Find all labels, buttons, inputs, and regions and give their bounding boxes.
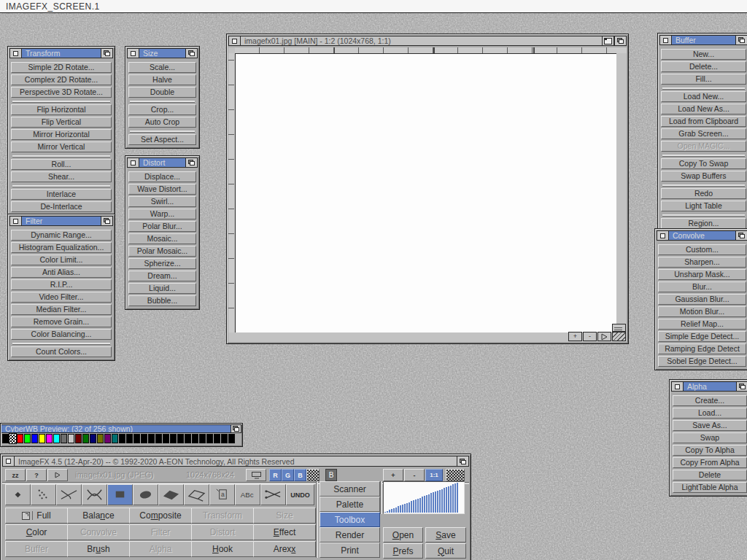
full-button[interactable]: Full xyxy=(5,508,68,524)
image-canvas[interactable] xyxy=(235,53,616,332)
pan-arrow-icon[interactable] xyxy=(597,332,611,341)
palette-swatch[interactable] xyxy=(141,434,147,443)
polygon-tool-button[interactable] xyxy=(158,484,184,505)
delete-button[interactable]: Delete xyxy=(673,470,747,481)
close-icon[interactable] xyxy=(9,216,22,226)
depth-icon[interactable] xyxy=(185,158,198,168)
complex-2d-rotate-button[interactable]: Complex 2D Rotate... xyxy=(11,74,112,85)
zoom-gadget-icon[interactable] xyxy=(602,36,614,46)
custom-button[interactable]: Custom... xyxy=(658,244,746,255)
palette-titlebar[interactable]: CyberWB Preview: (32 of 256 shown) xyxy=(1,424,231,433)
open-button[interactable]: Open xyxy=(383,527,423,542)
redo-button[interactable]: Redo xyxy=(661,188,746,199)
close-icon[interactable] xyxy=(9,48,22,58)
light-table-button[interactable]: Light Table xyxy=(661,201,746,211)
scissors-tool-button[interactable] xyxy=(260,484,286,505)
help-button[interactable]: ? xyxy=(26,469,47,481)
transform-button[interactable]: Transform xyxy=(191,508,254,524)
palette-swatch[interactable] xyxy=(177,434,184,443)
zoom-out-button[interactable]: - xyxy=(583,332,597,341)
palette-swatch[interactable] xyxy=(17,434,23,443)
curve-tool-button[interactable] xyxy=(82,484,107,505)
color-button[interactable]: Color xyxy=(5,524,68,540)
palette-swatch[interactable] xyxy=(2,434,9,443)
close-icon[interactable] xyxy=(228,36,241,46)
depth-icon[interactable] xyxy=(614,36,627,46)
palette-swatch[interactable] xyxy=(163,434,169,443)
unsharp-mask-button[interactable]: Unsharp Mask... xyxy=(658,269,746,280)
palette-swatch[interactable] xyxy=(90,434,96,443)
brush-button[interactable]: Brush xyxy=(67,541,130,557)
depth-icon[interactable] xyxy=(101,48,113,58)
size-button[interactable]: Size xyxy=(253,508,316,524)
convolve-button[interactable]: Convolve xyxy=(67,524,130,540)
green-channel-button[interactable]: G xyxy=(282,469,294,481)
swap-button[interactable]: Swap xyxy=(673,432,747,443)
wave-distort-button[interactable]: Wave Distort... xyxy=(128,184,196,195)
print-button[interactable]: Print xyxy=(320,542,380,558)
mirror-horizontal-button[interactable]: Mirror Horizontal xyxy=(11,129,112,140)
screen-title-bar[interactable]: IMAGEFX_SCREEN.1 xyxy=(0,0,747,13)
palette-swatch[interactable] xyxy=(148,434,155,443)
r-i-p-button[interactable]: R.I.P... xyxy=(11,279,112,290)
spherize-button[interactable]: Spherize... xyxy=(128,258,196,269)
red-channel-button[interactable]: R xyxy=(269,469,282,481)
palette-swatch[interactable] xyxy=(133,434,140,443)
prefs-button[interactable]: Prefs xyxy=(383,543,423,559)
image-window-titlebar[interactable]: imagefx01.jpg [MAIN] - 1:2 (1024x768, 1:… xyxy=(241,36,602,46)
composite-button[interactable]: Composite xyxy=(129,508,192,524)
zoom-in-button[interactable]: + xyxy=(383,469,403,481)
palette-swatch[interactable] xyxy=(221,434,228,443)
color-limit-button[interactable]: Color Limit... xyxy=(11,254,112,265)
mirror-vertical-button[interactable]: Mirror Vertical xyxy=(11,141,112,152)
palette-swatch[interactable] xyxy=(206,434,213,443)
new-button[interactable]: New... xyxy=(661,49,746,60)
set-aspect-button[interactable]: Set Aspect... xyxy=(128,134,196,145)
buffer-button[interactable]: Buffer xyxy=(5,541,68,557)
close-icon[interactable] xyxy=(2,456,15,467)
freehand-polygon-tool-button[interactable] xyxy=(184,484,209,505)
effect-button[interactable]: Effect xyxy=(253,524,316,540)
palette-swatch[interactable] xyxy=(53,434,60,443)
ramping-edge-detect-button[interactable]: Ramping Edge Detect xyxy=(658,343,746,354)
close-icon[interactable] xyxy=(127,158,139,168)
depth-icon[interactable] xyxy=(736,381,747,392)
crop-button[interactable]: Crop... xyxy=(128,104,196,115)
load-new-button[interactable]: Load New... xyxy=(661,91,746,102)
palette-swatch[interactable] xyxy=(39,434,45,443)
palette-swatch[interactable] xyxy=(155,434,162,443)
load-new-as-button[interactable]: Load New As... xyxy=(661,104,746,114)
zoom-out-button[interactable]: - xyxy=(404,469,425,481)
pattern-select-icon[interactable] xyxy=(446,469,465,481)
zoom-in-button[interactable]: + xyxy=(568,332,582,341)
text-tool-button[interactable]: ABc xyxy=(235,484,260,505)
palette-swatch[interactable] xyxy=(46,434,53,443)
halve-button[interactable]: Halve xyxy=(128,74,196,85)
motion-blur-button[interactable]: Motion Blur... xyxy=(658,306,746,317)
flip-horizontal-button[interactable]: Flip Horizontal xyxy=(11,104,112,115)
polar-mosaic-button[interactable]: Polar Mosaic... xyxy=(128,246,196,257)
palette-swatch[interactable] xyxy=(185,434,191,443)
render-button[interactable]: Render xyxy=(320,527,380,542)
copy-to-swap-button[interactable]: Copy To Swap xyxy=(661,158,746,169)
hook-button[interactable]: Hook xyxy=(191,541,254,557)
blue-channel-button[interactable]: B xyxy=(294,469,306,481)
remove-grain-button[interactable]: Remove Grain... xyxy=(11,316,112,327)
fill-button[interactable]: Fill... xyxy=(661,74,746,85)
video-filter-button[interactable]: Video Filter... xyxy=(11,292,112,303)
palette-swatch[interactable] xyxy=(61,434,67,443)
simple-edge-detect-button[interactable]: Simple Edge Detect... xyxy=(658,331,746,342)
bubble-button[interactable]: Bubble... xyxy=(128,295,196,306)
shear-button[interactable]: Shear... xyxy=(11,171,112,182)
balance-button[interactable]: Balance xyxy=(67,508,130,524)
distort-button[interactable]: Distort xyxy=(191,524,254,540)
mosaic-button[interactable]: Mosaic... xyxy=(128,233,196,244)
flip-vertical-button[interactable]: Flip Vertical xyxy=(11,117,112,128)
region-button[interactable]: Region... xyxy=(661,218,746,229)
palette-swatch[interactable] xyxy=(112,434,118,443)
gaussian-blur-button[interactable]: Gaussian Blur... xyxy=(658,294,746,305)
knife-tool-button[interactable] xyxy=(56,484,82,505)
warp-button[interactable]: Warp... xyxy=(128,209,196,219)
sharpen-button[interactable]: Sharpen... xyxy=(658,257,746,268)
ellipse-tool-button[interactable] xyxy=(133,484,158,505)
